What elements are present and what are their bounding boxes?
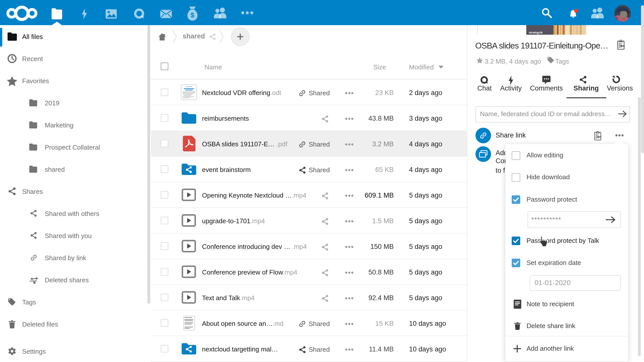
- svg-text:$: $: [191, 11, 194, 19]
- svg-text:strategy&: strategy&: [529, 30, 543, 34]
